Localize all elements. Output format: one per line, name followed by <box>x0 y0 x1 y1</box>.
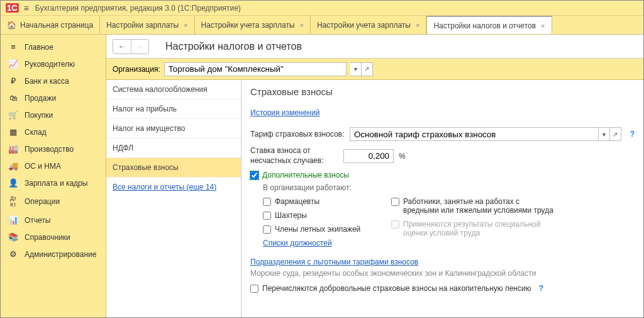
divisions-link[interactable]: Подразделения с льготными тарифами взнос… <box>250 258 418 266</box>
extra-checkbox[interactable]: Дополнительные взносы <box>250 171 635 179</box>
sidebar-item-ops[interactable]: ДтКтОперации <box>1 191 106 212</box>
tab-item[interactable]: Настройки зарплаты × <box>100 16 195 34</box>
back-button[interactable]: ← <box>113 40 131 54</box>
main-area: ≡Главное 📈Руководителю ₽Банк и касса 🛍Пр… <box>1 35 643 317</box>
checkbox-input[interactable] <box>250 285 258 293</box>
sidebar-item-label: Главное <box>25 43 53 52</box>
title-bar: 1C ≡ Бухгалтерия предприятия, редакция 3… <box>1 1 643 16</box>
checkbox-label: Шахтеры <box>275 211 307 220</box>
body: Система налогообложения Налог на прибыль… <box>106 80 643 317</box>
sidebar-item-label: Производство <box>25 145 74 154</box>
close-icon[interactable]: × <box>300 21 304 29</box>
work-label: В организации работают: <box>263 183 635 192</box>
sidebar-item-sales[interactable]: 🛍Продажи <box>1 89 106 106</box>
sidebar-item-stock[interactable]: ▦Склад <box>1 123 106 140</box>
settings-pane: Страховые взносы История изменений Тариф… <box>242 80 643 317</box>
dropdown-button[interactable]: ▾ <box>350 62 362 76</box>
tab-home[interactable]: 🏠 Начальная страница <box>1 16 100 34</box>
open-button[interactable]: ↗ <box>362 62 373 76</box>
tab-item[interactable]: Настройки учета зарплаты × <box>195 16 311 34</box>
settings-nav-item-active[interactable]: Страховые взносы <box>106 158 241 178</box>
sidebar-item-admin[interactable]: ⚙Администрирование <box>1 246 106 263</box>
sidebar-item-label: ОС и НМА <box>25 162 61 171</box>
settings-nav-item[interactable]: НДФЛ <box>106 139 241 158</box>
settings-nav-item[interactable]: Налог на имущество <box>106 119 241 139</box>
tab-label: Настройки зарплаты <box>106 21 179 30</box>
sidebar-item-label: Зарплата и кадры <box>25 179 87 188</box>
sidebar-item-label: Отчеты <box>25 216 50 225</box>
settings-nav: Система налогообложения Налог на прибыль… <box>106 80 242 317</box>
checkbox-input[interactable] <box>263 198 271 206</box>
tab-item[interactable]: Настройки учета зарплаты × <box>311 16 426 34</box>
page-title: Настройки налогов и отчетов <box>165 41 302 52</box>
tariff-label: Тариф страховых взносов: <box>250 130 345 139</box>
sidebar-item-manager[interactable]: 📈Руководителю <box>1 55 106 72</box>
books-icon: 📚 <box>8 232 18 242</box>
org-input[interactable] <box>164 62 347 76</box>
home-icon: 🏠 <box>7 21 16 30</box>
sidebar-item-salary[interactable]: 👤Зарплата и кадры <box>1 174 106 191</box>
sidebar-item-production[interactable]: 🏭Производство <box>1 140 106 157</box>
settings-nav-item[interactable]: Налог на прибыль <box>106 99 241 119</box>
sout-checkbox: Применяются результаты специальной оценк… <box>391 220 555 237</box>
sidebar-item-label: Руководителю <box>25 60 75 69</box>
tab-item-active[interactable]: Настройки налогов и отчетов × <box>426 16 552 34</box>
pharm-checkbox[interactable]: Фармацевты <box>263 197 376 206</box>
nav-buttons: ← → <box>113 39 149 54</box>
help-icon[interactable]: ? <box>539 284 543 293</box>
hamburger-icon[interactable]: ≡ <box>24 3 29 13</box>
checkbox-label: Дополнительные взносы <box>262 171 349 179</box>
sidebar-item-label: Банк и касса <box>25 77 69 86</box>
sidebar-item-main[interactable]: ≡Главное <box>1 38 106 55</box>
history-link[interactable]: История изменений <box>250 108 319 117</box>
tab-label: Начальная страница <box>20 21 93 30</box>
toolbar: ← → Настройки налогов и отчетов <box>106 35 643 59</box>
close-icon[interactable]: × <box>541 22 545 30</box>
bars-icon: 📊 <box>8 215 18 225</box>
sidebar-item-purchase[interactable]: 🛒Покупки <box>1 106 106 123</box>
person-icon: 👤 <box>8 178 18 188</box>
crew-checkbox[interactable]: Члены летных экипажей <box>263 225 376 234</box>
sidebar-item-label: Администрирование <box>25 250 96 259</box>
sidebar: ≡Главное 📈Руководителю ₽Банк и касса 🛍Пр… <box>1 35 106 317</box>
jobs-link[interactable]: Списки должностей <box>263 239 376 247</box>
pension-checkbox[interactable]: Перечисляются добровольные страховые взн… <box>250 284 635 293</box>
gear-icon: ⚙ <box>8 249 18 259</box>
checkbox-input[interactable] <box>391 198 399 206</box>
truck-icon: 🚚 <box>8 161 18 171</box>
app-logo: 1C <box>6 3 19 13</box>
cart-icon: 🛒 <box>8 110 18 120</box>
close-icon[interactable]: × <box>416 21 419 29</box>
miners-checkbox[interactable]: Шахтеры <box>263 211 376 220</box>
tab-label: Настройки налогов и отчетов <box>433 21 536 30</box>
settings-nav-all-link[interactable]: Все налоги и отчеты (еще 14) <box>106 178 241 196</box>
open-button[interactable]: ↗ <box>610 127 621 141</box>
settings-nav-item[interactable]: Система налогообложения <box>106 80 241 99</box>
checkbox-input[interactable] <box>263 225 271 234</box>
checkbox-label: Фармацевты <box>275 197 319 206</box>
rate-input[interactable] <box>343 149 394 163</box>
tariff-input[interactable] <box>350 127 599 141</box>
checkbox-input[interactable] <box>250 171 258 179</box>
sidebar-item-refs[interactable]: 📚Справочники <box>1 229 106 246</box>
sidebar-item-assets[interactable]: 🚚ОС и НМА <box>1 157 106 174</box>
sidebar-item-reports[interactable]: 📊Отчеты <box>1 212 106 229</box>
factory-icon: 🏭 <box>8 144 18 154</box>
help-icon[interactable]: ? <box>630 130 635 139</box>
checkbox-label: Перечисляются добровольные страховые взн… <box>262 284 531 293</box>
checkbox-input[interactable] <box>263 212 271 220</box>
checkbox-label: Работники, занятые на работах с вредными… <box>403 197 555 215</box>
checkbox-label: Члены летных экипажей <box>275 225 360 234</box>
pane-heading: Страховые взносы <box>250 86 635 97</box>
sidebar-item-label: Продажи <box>25 94 56 103</box>
hazard-checkbox[interactable]: Работники, занятые на работах с вредными… <box>391 197 555 215</box>
grid-icon: ▦ <box>8 127 18 137</box>
rate-label: Ставка взноса от несчастных случаев: <box>250 146 338 166</box>
rate-unit: % <box>399 152 406 161</box>
ops-icon: ДтКт <box>8 195 18 208</box>
chart-icon: 📈 <box>8 59 18 69</box>
dropdown-button[interactable]: ▾ <box>599 127 610 141</box>
forward-button[interactable]: → <box>131 40 148 54</box>
sidebar-item-bank[interactable]: ₽Банк и касса <box>1 72 106 89</box>
close-icon[interactable]: × <box>184 21 187 29</box>
